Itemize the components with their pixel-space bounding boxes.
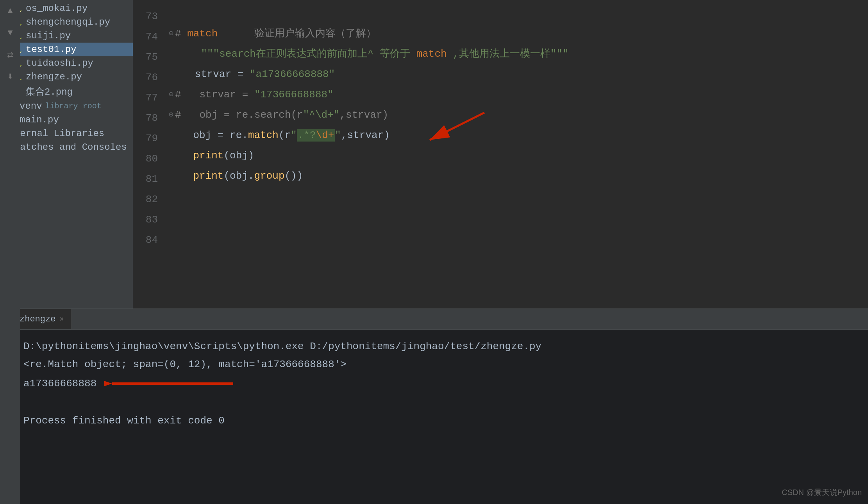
terminal-content: D:\pythonitems\jinghao\venv\Scripts\pyth… [0, 330, 868, 438]
code-line-74: ⊖ # match 验证用户输入内容（了解） [169, 23, 868, 44]
sidebar-item-label: os_mokai.py [26, 3, 88, 14]
code-line-81: print(obj.group()) [169, 166, 868, 186]
code-comment: # strvar = "17366668888" [175, 84, 334, 105]
code-line-83 [169, 206, 868, 227]
terminal-line-result: a17366668888 [23, 373, 860, 394]
code-text: print(obj) [169, 145, 254, 166]
sidebar-item-sublabel: library root [45, 102, 102, 111]
sidebar-item-label: 集合2.png [26, 85, 73, 98]
bottom-tab-bar: 🐍 zhengze × [0, 309, 868, 330]
code-comment: # match 验证用户输入内容（了解） [175, 23, 376, 44]
code-text: obj = re.match(r".*?\d+",strvar) [169, 125, 390, 145]
terminal-line-path: D:\pythonitems\jinghao\venv\Scripts\pyth… [23, 337, 860, 355]
terminal-main: D:\pythonitems\jinghao\venv\Scripts\pyth… [0, 330, 868, 504]
sidebar-item-label: tuidaoshi.py [26, 58, 93, 68]
code-line-82 [169, 186, 868, 206]
code-content[interactable]: ⊖ # match 验证用户输入内容（了解） """search在正则表达式的前… [164, 0, 868, 308]
main-area: 🐍 os_mokai.py 🐍 shengchengqi.py 🐍 suiji.… [0, 0, 868, 308]
sidebar-item-label: zhengze.py [26, 72, 82, 82]
code-line-78: ⊖ # obj = re.search(r"^\d+",strvar) [169, 105, 868, 125]
terminal-line-finished: Process finished with exit code 0 [23, 412, 860, 430]
sidebar-item-label: suiji.py [26, 30, 71, 41]
code-line-84 [169, 227, 868, 247]
code-comment: # obj = re.search(r"^\d+",strvar) [175, 105, 388, 125]
sidebar-item-label: venv [20, 101, 42, 111]
code-string: """search在正则表达式的前面加上^ 等价于 match ,其他用法上一模… [177, 44, 569, 64]
sidebar-item-label: test01.py [26, 44, 77, 55]
terminal-with-sidebar: ▲ ▼ ⇄ ⬇ D:\pythonitems\jinghao\venv\Scri… [0, 330, 868, 504]
watermark: CSDN @景天说Python [782, 487, 862, 498]
code-line-79: obj = re.match(r".*?\d+",strvar) [169, 125, 868, 145]
fold-icon[interactable]: ⊖ [169, 23, 173, 44]
fold-icon[interactable]: ⊖ [169, 105, 173, 125]
fold-icon[interactable]: ⊖ [169, 84, 173, 105]
code-container: 73 74 75 76 77 78 79 80 81 82 83 84 [133, 0, 868, 308]
result-text: a17366668888 [23, 375, 96, 393]
code-line-76: strvar = "a17366668888" [169, 64, 868, 84]
terminal-line-match-object: <re.Match object; span=(0, 12), match='a… [23, 355, 860, 373]
bottom-panel: 🐍 zhengze × ▲ ▼ ⇄ ⬇ D:\pythonitems\jingh… [0, 308, 868, 504]
code-line-73 [169, 3, 868, 23]
line-numbers: 73 74 75 76 77 78 79 80 81 82 83 84 [133, 0, 164, 308]
tab-label: zhengze [20, 314, 55, 324]
terminal-line-empty [23, 394, 860, 412]
tab-close-button[interactable]: × [59, 316, 64, 323]
code-line-75: """search在正则表达式的前面加上^ 等价于 match ,其他用法上一模… [169, 44, 868, 64]
editor-area: 73 74 75 76 77 78 79 80 81 82 83 84 [133, 0, 868, 308]
terminal-arrow [104, 373, 237, 394]
sidebar-item-label: main.py [20, 115, 59, 125]
code-line-77: ⊖ # strvar = "17366668888" [169, 84, 868, 105]
sidebar-item-label: Scratches and Consoles [3, 142, 127, 152]
code-text: strvar = "a17366668888" [169, 64, 335, 84]
sidebar-item-label: shengchengqi.py [26, 17, 110, 27]
code-text: print(obj.group()) [169, 166, 303, 186]
code-line-80: print(obj) [169, 145, 868, 166]
